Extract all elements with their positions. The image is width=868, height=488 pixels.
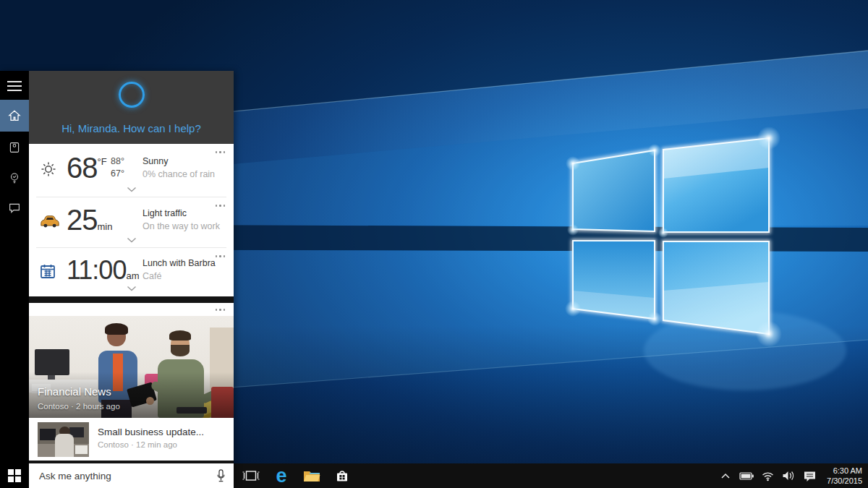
battery-icon [739,470,754,482]
cortana-content: Hi, Miranda. How can I help? 68°F 88° [29,71,234,488]
store-button[interactable] [332,465,352,487]
news-headline: Financial News [38,385,111,398]
traffic-detail: On the way to work [142,220,220,233]
cortana-ring-icon [119,82,145,108]
start-button[interactable] [0,463,29,488]
wifi-icon [761,470,775,481]
cortana-sidebar [0,71,29,488]
file-explorer-button[interactable] [302,465,322,487]
speaker-icon [782,470,795,481]
microphone-icon [216,468,226,483]
traffic-expand-button[interactable] [127,233,136,246]
action-center-button[interactable] [801,468,817,483]
news-card[interactable]: Financial News Contoso · 2 hours ago Sma… [29,303,234,461]
tray-battery-button[interactable] [739,468,754,483]
cortana-panel: Hi, Miranda. How can I help? 68°F 88° [0,71,234,488]
sidebar-item-notebook[interactable] [0,134,29,160]
chevron-down-icon [127,237,136,243]
traffic-unit: min [98,221,113,232]
weather-temp-unit: °F [98,156,107,167]
weather-card[interactable]: 68°F 88° 67° Sunny 0% chance of rain [29,144,234,197]
taskbar-clock[interactable]: 6:30 AM 7/30/2015 [822,466,862,487]
traffic-minutes: 25 [67,204,98,236]
calendar-time-unit: am [126,270,139,281]
chevron-up-icon [720,472,731,480]
calendar-event-location: Café [142,269,216,282]
news-item-title: Small business update... [98,427,204,437]
tray-volume-button[interactable] [780,468,796,483]
weather-high: 88° [111,155,124,168]
news-list-item[interactable]: Small business update... Contoso · 12 mi… [29,418,234,461]
calendar-card[interactable]: 11:00am Lunch with Barbra Café [29,248,234,296]
traffic-card[interactable]: 25min Light traffic On the way to work [29,197,234,248]
chevron-down-icon [127,286,136,291]
windows-logo-icon [8,469,21,482]
notebook-icon [8,140,21,155]
clock-time: 6:30 AM [827,466,862,476]
calendar-event-title: Lunch with Barbra [142,256,216,269]
clock-date: 7/30/2015 [827,476,862,486]
microphone-button[interactable] [216,468,226,486]
car-icon [39,214,61,231]
traffic-duration: 25min [67,204,112,236]
chevron-down-icon [127,187,136,192]
weather-expand-button[interactable] [127,182,136,195]
task-view-button[interactable] [241,465,261,487]
search-input[interactable] [39,463,205,488]
action-center-icon [803,470,817,482]
calendar-more-options-button[interactable] [214,254,227,259]
weather-more-options-button[interactable] [214,150,227,155]
task-view-icon [242,469,260,482]
news-thumbnail [38,422,89,457]
folder-icon [303,469,320,482]
sidebar-item-feedback[interactable] [0,195,29,221]
tray-network-button[interactable] [760,468,775,483]
weather-temperature: 68°F [67,152,107,184]
weather-high-low: 88° 67° [111,155,124,180]
news-photo[interactable]: Financial News Contoso · 2 hours ago [29,316,234,418]
sun-icon [39,160,58,181]
sidebar-item-reminders[interactable] [0,165,29,191]
panel-section-divider [29,296,234,303]
weather-low: 67° [111,168,124,180]
calendar-expand-button[interactable] [127,281,136,294]
weather-detail: 0% chance of rain [142,168,215,181]
calendar-icon [39,262,56,283]
home-icon [7,108,22,123]
weather-temp-value: 68 [67,152,98,184]
windows-desktop: e [0,0,868,488]
cortana-search-box [29,463,234,488]
news-more-options-button[interactable] [214,307,227,312]
weather-condition: Sunny [142,155,215,168]
cortana-header: Hi, Miranda. How can I help? [29,71,234,144]
news-item-source: Contoso · 12 min ago [98,440,177,449]
store-icon [335,468,349,483]
calendar-time-value: 11:00 [67,254,126,284]
news-source: Contoso · 2 hours ago [38,402,120,411]
edge-browser-button[interactable]: e [271,465,292,487]
cortana-greeting: Hi, Miranda. How can I help? [29,122,234,134]
feedback-bubble-icon [8,202,21,215]
menu-button[interactable] [0,75,29,97]
sidebar-item-home[interactable] [0,100,29,132]
traffic-title: Light traffic [142,207,220,220]
tray-show-hidden-icons-button[interactable] [718,468,733,483]
edge-icon: e [276,466,286,485]
lightbulb-check-icon [8,171,21,185]
calendar-time: 11:00am [67,254,139,285]
